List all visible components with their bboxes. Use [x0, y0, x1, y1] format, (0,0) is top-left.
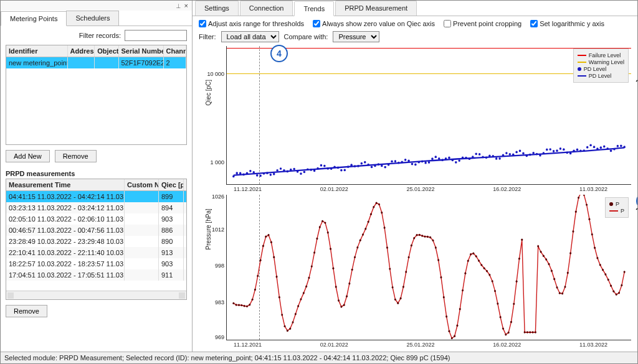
svg-point-147: [313, 251, 315, 253]
xticks1: 11.12.202102.01.202225.01.202216.02.2022…: [226, 185, 631, 192]
opt-adjust[interactable]: Adjust axis range for thresholds: [199, 20, 304, 27]
chart-pressure[interactable]: Pressure [hPa] 1026 1012 998 983 969 P P…: [226, 195, 631, 340]
measurement-row[interactable]: 00:46:57 11.03.2022 - 00:47:56 11.03.202…: [6, 225, 186, 236]
mcol-note[interactable]: Custom Note: [125, 179, 159, 190]
svg-point-64: [448, 157, 450, 159]
svg-point-68: [462, 157, 464, 159]
col-address[interactable]: Address: [68, 45, 95, 57]
tab-trends[interactable]: Trends: [294, 1, 334, 16]
svg-point-260: [618, 292, 620, 294]
svg-point-69: [465, 157, 467, 159]
col-identifier[interactable]: Identifier: [6, 45, 68, 57]
svg-point-5: [249, 170, 251, 172]
mcol-q[interactable]: Qiec [pC]: [159, 179, 184, 190]
measurement-row[interactable]: 22:10:41 10.03.2022 - 22:11:40 10.03.202…: [6, 247, 186, 258]
svg-point-113: [613, 148, 615, 151]
compare-select[interactable]: Pressure: [333, 31, 379, 42]
svg-point-56: [421, 160, 423, 162]
svg-point-114: [617, 145, 619, 147]
svg-point-61: [438, 157, 440, 160]
options-row: Adjust axis range for thresholds Always …: [193, 16, 637, 31]
svg-point-38: [361, 162, 363, 165]
cell-id: new metering_point: [6, 57, 68, 68]
svg-point-217: [502, 327, 504, 329]
svg-point-41: [371, 166, 373, 168]
add-new-button[interactable]: Add New: [6, 150, 50, 162]
filter-input[interactable]: [125, 30, 187, 41]
close-icon[interactable]: ×: [184, 2, 188, 9]
svg-point-229: [535, 331, 536, 333]
svg-point-1: [236, 172, 237, 174]
svg-point-112: [610, 149, 612, 152]
svg-point-248: [586, 203, 588, 205]
svg-point-67: [458, 159, 460, 162]
svg-point-10: [266, 172, 268, 174]
svg-point-120: [240, 304, 242, 306]
col-object[interactable]: Object: [95, 45, 118, 57]
svg-point-121: [244, 305, 245, 307]
tab-connection[interactable]: Connection: [240, 1, 293, 16]
svg-point-107: [593, 146, 595, 148]
tab-schedulers[interactable]: Schedulers: [66, 11, 119, 26]
svg-point-52: [407, 160, 409, 162]
svg-point-99: [566, 151, 568, 154]
ytick: 998: [201, 263, 224, 269]
mcol-time[interactable]: Measurement Time: [6, 179, 125, 190]
left-tabs: Metering Points Schedulers: [1, 11, 192, 26]
compare-label: Compare with:: [284, 33, 328, 40]
svg-point-177: [394, 298, 396, 300]
svg-point-96: [556, 149, 558, 152]
col-serial[interactable]: Serial Number: [119, 45, 164, 57]
measurement-row[interactable]: 17:04:51 10.03.2022 - 17:05:51 11.03.202…: [6, 269, 186, 281]
svg-point-98: [563, 148, 564, 151]
svg-point-178: [397, 302, 399, 304]
svg-point-73: [478, 153, 480, 156]
tab-metering-points[interactable]: Metering Points: [1, 11, 67, 26]
svg-point-137: [287, 329, 288, 331]
opt-log[interactable]: Set logarithmic y axis: [530, 20, 604, 27]
svg-point-60: [435, 156, 437, 158]
svg-point-139: [292, 321, 293, 323]
metering-row[interactable]: new metering_point 52F1F7092E2E 2: [6, 57, 186, 68]
svg-point-219: [508, 331, 510, 333]
svg-point-23: [310, 169, 312, 171]
ytick: 1 000: [201, 159, 224, 166]
tab-settings[interactable]: Settings: [195, 1, 239, 16]
dock-icon[interactable]: ⟂: [176, 2, 181, 9]
svg-point-65: [452, 159, 454, 161]
svg-point-42: [374, 165, 376, 167]
svg-point-202: [462, 289, 464, 291]
opt-zero[interactable]: Always show zero value on Qiec axis: [313, 20, 435, 27]
svg-point-195: [443, 296, 445, 298]
measurement-row[interactable]: 03:23:13 11.03.2022 - 03:24:12 11.03.202…: [6, 202, 186, 213]
chart-qiec[interactable]: Qiec [pC] 10 000 1 000 Failure Level War…: [226, 46, 631, 185]
remove-measurement-button[interactable]: Remove: [6, 305, 47, 317]
svg-point-144: [305, 285, 307, 287]
remove-button[interactable]: Remove: [55, 150, 97, 162]
svg-point-115: [620, 144, 622, 147]
measurement-row[interactable]: 18:22:57 10.03.2022 - 18:23:57 11.03.202…: [6, 258, 186, 269]
svg-point-16: [287, 170, 288, 173]
svg-point-18: [293, 168, 295, 170]
tab-prpd[interactable]: PRPD Measurement: [335, 1, 417, 16]
svg-point-47: [391, 160, 393, 162]
col-channel[interactable]: Channel: [164, 45, 187, 57]
svg-point-123: [249, 304, 250, 306]
svg-point-261: [621, 284, 622, 286]
opt-crop[interactable]: Prevent point cropping: [444, 20, 521, 27]
measurement-row[interactable]: 23:28:49 10.03.2022 - 23:29:48 10.03.202…: [6, 236, 186, 247]
measurement-row[interactable]: 02:05:10 11.03.2022 - 02:06:10 11.03.202…: [6, 213, 186, 225]
svg-point-128: [262, 245, 264, 246]
svg-point-150: [321, 220, 323, 222]
status-bar: Selected module: PRPD Measurement; Selec…: [1, 352, 637, 363]
cell-sn: 52F1F7092E2E: [119, 57, 164, 68]
h-scrollbar[interactable]: [6, 291, 186, 299]
filter-label: Filter records:: [79, 32, 121, 39]
svg-point-49: [398, 162, 399, 164]
svg-point-225: [524, 331, 526, 333]
svg-point-224: [521, 238, 523, 240]
svg-point-66: [455, 161, 457, 164]
measurement-row[interactable]: 04:41:15 11.03.2022 - 04:42:14 11.03.202…: [6, 191, 186, 202]
svg-point-181: [405, 271, 407, 273]
filter-select[interactable]: Load all data: [221, 31, 279, 42]
